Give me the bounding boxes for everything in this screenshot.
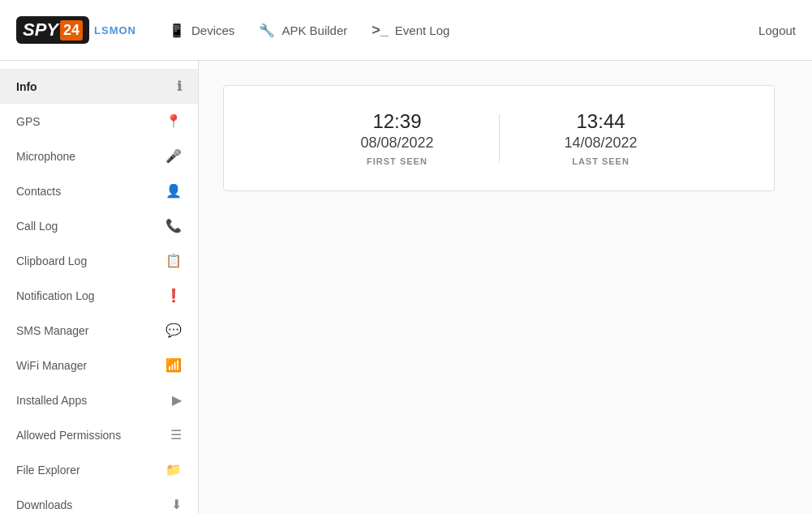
last-seen-label: LAST SEEN — [565, 156, 638, 166]
sidebar-item-gps[interactable]: GPS 📍 — [0, 104, 198, 139]
event-log-icon: >_ — [372, 22, 389, 39]
file-explorer-icon: 📁 — [165, 462, 182, 477]
last-seen-block: 13:44 14/08/2022 LAST SEEN — [565, 110, 638, 166]
logo-badge: SPY 24 — [16, 16, 89, 44]
wifi-manager-icon: 📶 — [165, 357, 182, 373]
main-container: Info ℹ GPS 📍 Microphone 🎤 Contacts 👤 Cal… — [0, 61, 812, 513]
installed-apps-icon: ▶ — [172, 392, 182, 408]
sidebar-label-info: Info — [16, 80, 37, 93]
call-log-icon: 📞 — [165, 218, 182, 233]
info-card: 12:39 08/08/2022 FIRST SEEN 13:44 14/08/… — [223, 85, 775, 191]
sidebar-item-installed-apps[interactable]: Installed Apps ▶ — [0, 383, 198, 417]
logo-sub-text: LSMON — [94, 24, 136, 36]
gps-icon: 📍 — [165, 113, 182, 129]
header: SPY 24 LSMON 📱 Devices 🔧 APK Builder >_ … — [0, 0, 812, 61]
content-area: 12:39 08/08/2022 FIRST SEEN 13:44 14/08/… — [199, 61, 812, 513]
main-nav: 📱 Devices 🔧 APK Builder >_ Event Log — [169, 22, 758, 39]
apk-builder-icon: 🔧 — [259, 23, 275, 38]
allowed-permissions-icon: ☰ — [170, 427, 182, 442]
devices-icon: 📱 — [169, 23, 185, 38]
sidebar-label-installed-apps: Installed Apps — [16, 394, 87, 407]
nav-event-log-label: Event Log — [395, 24, 450, 37]
sms-manager-icon: 💬 — [165, 323, 182, 338]
microphone-icon: 🎤 — [165, 148, 182, 164]
sidebar-item-allowed-permissions[interactable]: Allowed Permissions ☰ — [0, 417, 198, 452]
last-seen-time: 13:44 — [565, 110, 638, 133]
logo[interactable]: SPY 24 LSMON — [16, 16, 136, 44]
sidebar-label-call-log: Call Log — [16, 220, 58, 233]
nav-apk-builder[interactable]: 🔧 APK Builder — [259, 23, 347, 38]
sidebar-label-wifi-manager: WiFi Manager — [16, 359, 87, 372]
card-divider — [499, 114, 500, 163]
nav-devices[interactable]: 📱 Devices — [169, 23, 234, 38]
clipboard-log-icon: 📋 — [165, 253, 182, 268]
sidebar-item-contacts[interactable]: Contacts 👤 — [0, 173, 198, 208]
logout-button[interactable]: Logout — [758, 24, 796, 37]
sidebar-item-sms-manager[interactable]: SMS Manager 💬 — [0, 313, 198, 348]
sidebar-label-downloads: Downloads — [16, 498, 72, 511]
nav-apk-builder-label: APK Builder — [281, 24, 347, 37]
nav-event-log[interactable]: >_ Event Log — [372, 22, 449, 39]
last-seen-date: 14/08/2022 — [565, 135, 638, 152]
sidebar-item-notification-log[interactable]: Notification Log ❗ — [0, 278, 198, 313]
sidebar-item-clipboard-log[interactable]: Clipboard Log 📋 — [0, 243, 198, 278]
nav-devices-label: Devices — [191, 24, 234, 37]
sidebar-label-file-explorer: File Explorer — [16, 464, 80, 477]
sidebar-item-downloads[interactable]: Downloads ⬇ — [0, 487, 198, 513]
contacts-icon: 👤 — [165, 183, 182, 199]
info-icon: ℹ — [177, 79, 182, 94]
logo-spy-text: SPY — [23, 19, 58, 41]
sidebar-label-microphone: Microphone — [16, 150, 75, 163]
first-seen-label: FIRST SEEN — [360, 156, 433, 166]
sidebar-label-allowed-permissions: Allowed Permissions — [16, 429, 121, 442]
sidebar-item-call-log[interactable]: Call Log 📞 — [0, 208, 198, 243]
sidebar-label-sms-manager: SMS Manager — [16, 324, 88, 337]
sidebar: Info ℹ GPS 📍 Microphone 🎤 Contacts 👤 Cal… — [0, 61, 199, 513]
sidebar-label-notification-log: Notification Log — [16, 289, 95, 302]
sidebar-label-contacts: Contacts — [16, 185, 61, 198]
sidebar-item-file-explorer[interactable]: File Explorer 📁 — [0, 452, 198, 487]
notification-log-icon: ❗ — [165, 288, 182, 303]
first-seen-block: 12:39 08/08/2022 FIRST SEEN — [360, 110, 433, 166]
sidebar-label-gps: GPS — [16, 115, 41, 128]
sidebar-label-clipboard-log: Clipboard Log — [16, 254, 87, 267]
sidebar-item-wifi-manager[interactable]: WiFi Manager 📶 — [0, 348, 198, 383]
sidebar-item-microphone[interactable]: Microphone 🎤 — [0, 139, 198, 173]
first-seen-time: 12:39 — [360, 110, 433, 133]
logo-24-text: 24 — [60, 20, 83, 41]
sidebar-item-info[interactable]: Info ℹ — [0, 69, 198, 104]
first-seen-date: 08/08/2022 — [360, 135, 433, 152]
downloads-icon: ⬇ — [171, 497, 182, 512]
